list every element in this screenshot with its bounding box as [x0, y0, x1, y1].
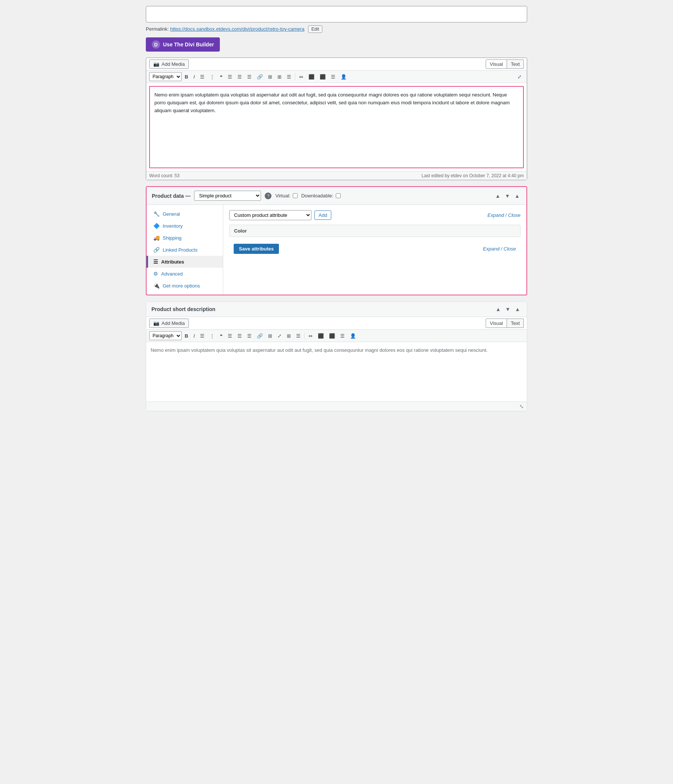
sd-unordered-list-button[interactable]: ☰	[198, 332, 207, 340]
user-icon[interactable]: 👤	[338, 73, 349, 81]
align-center-button[interactable]: ☰	[235, 73, 244, 81]
divi-builder-button[interactable]: D Use The Divi Builder	[146, 37, 220, 51]
attribute-type-select[interactable]: Custom product attribute	[229, 210, 311, 220]
virtual-checkbox[interactable]	[293, 193, 298, 198]
italic-button[interactable]: I	[191, 73, 197, 81]
nav-label-advanced: Advanced	[161, 271, 183, 277]
short-desc-add-media-label: Add Media	[162, 320, 185, 326]
resize-handle[interactable]: ⤡	[519, 403, 524, 409]
linked-icon: 🔗	[153, 247, 160, 253]
nav-label-more: Get more options	[163, 283, 200, 289]
sd-color-icon[interactable]: ⬛	[316, 332, 326, 340]
tab-visual[interactable]: Visual	[486, 59, 507, 69]
inventory-icon: 🔷	[153, 223, 160, 229]
short-desc-paragraph-select[interactable]: Paragraph	[149, 331, 182, 340]
divi-icon: D	[152, 40, 160, 48]
arrow-down-button[interactable]: ▼	[503, 192, 511, 200]
link-button[interactable]: 🔗	[255, 73, 265, 81]
tab-text[interactable]: Text	[507, 59, 524, 69]
main-editor: 📷 Add Media Visual Text Paragraph B I ☰ …	[146, 58, 527, 180]
table-button[interactable]: ⊞	[266, 73, 274, 81]
sd-align-center-button[interactable]: ☰	[235, 332, 244, 340]
short-desc-arrows: ▲ ▼ ▲	[494, 305, 522, 313]
sd-link-button[interactable]: 🔗	[255, 332, 265, 340]
virtual-label: Virtual:	[275, 193, 290, 199]
word-count: Word count: 53	[149, 173, 179, 178]
bold-button[interactable]: B	[182, 73, 190, 81]
nav-item-attributes[interactable]: ☰ Attributes	[146, 256, 223, 268]
nav-item-get-more[interactable]: 🔌 Get more options	[146, 280, 223, 292]
nav-label-inventory: Inventory	[163, 223, 182, 229]
permalink-edit-button[interactable]: Edit	[308, 25, 323, 33]
expand-icon[interactable]: ⤢	[515, 73, 524, 81]
short-desc-arrow-up[interactable]: ▲	[494, 305, 502, 313]
sd-italic-button[interactable]: I	[191, 332, 197, 340]
align-left-button[interactable]: ☰	[225, 73, 235, 81]
expand-close-link-bottom[interactable]: Expand / Close	[483, 246, 516, 252]
short-desc-tab-text[interactable]: Text	[507, 319, 524, 328]
short-desc-content-area[interactable]: Nemo enim ipsam voluptatem quia voluptas…	[146, 342, 527, 402]
sd-list-view-button[interactable]: ☰	[294, 332, 303, 340]
view-tabs: Visual Text	[486, 59, 524, 69]
shipping-icon: 🚚	[153, 235, 160, 241]
sd-ordered-list-button[interactable]: ⋮	[208, 332, 217, 340]
sd-bold-button[interactable]: B	[182, 332, 190, 340]
sd-special-icon[interactable]: ⇔	[306, 332, 315, 340]
sd-align-left-button[interactable]: ☰	[225, 332, 235, 340]
permalink-url[interactable]: https://docs.sandbox.etdevs.com/divi/pro…	[170, 26, 305, 32]
product-data-section: Product data — Simple product Variable p…	[146, 186, 527, 296]
more-icon: 🔌	[153, 283, 160, 289]
grid-button[interactable]: ⊞	[275, 73, 284, 81]
expand-close-link-top[interactable]: Expand / Close	[488, 212, 521, 218]
downloadable-label: Downloadable:	[302, 193, 334, 199]
sd-align-icon[interactable]: ☰	[338, 332, 347, 340]
special-icon-1[interactable]: ⇔	[297, 73, 305, 81]
product-data-header: Product data — Simple product Variable p…	[146, 187, 527, 205]
editor-toolbar: Paragraph B I ☰ ⋮ ❝ ☰ ☰ ☰ 🔗 ⊞ ⊞ ☰ ⇔ ⬛ ⬛ …	[146, 71, 527, 83]
nav-item-linked-products[interactable]: 🔗 Linked Products	[146, 244, 223, 256]
short-desc-arrow-expand[interactable]: ▲	[513, 305, 522, 313]
sd-align-right-button[interactable]: ☰	[245, 332, 254, 340]
paragraph-select[interactable]: Paragraph	[149, 72, 182, 81]
toolbar-divider	[295, 73, 295, 80]
align-icon-2[interactable]: ☰	[329, 73, 337, 81]
align-right-button[interactable]: ☰	[245, 73, 254, 81]
sd-user-icon[interactable]: 👤	[348, 332, 358, 340]
short-desc-editor: 📷 Add Media Visual Text Paragraph B I ☰ …	[146, 317, 527, 411]
list-view-button[interactable]: ☰	[284, 73, 294, 81]
blockquote-button[interactable]: ❝	[218, 73, 225, 81]
short-desc-view-tabs: Visual Text	[486, 319, 524, 328]
product-nav: 🔧 General 🔷 Inventory 🚚 Shipping 🔗 Linke…	[146, 205, 223, 295]
sd-expand-button[interactable]: ⤢	[275, 332, 284, 340]
sd-grid-button[interactable]: ⊞	[284, 332, 293, 340]
nav-item-shipping[interactable]: 🚚 Shipping	[146, 232, 223, 244]
sd-flag-icon[interactable]: ⬛	[327, 332, 337, 340]
nav-item-general[interactable]: 🔧 General	[146, 208, 223, 220]
attribute-item-header: Color	[230, 225, 520, 236]
short-desc-arrow-down[interactable]: ▼	[504, 305, 512, 313]
arrow-expand-button[interactable]: ▲	[513, 192, 521, 200]
editor-top-bar: 📷 Add Media Visual Text	[146, 58, 527, 71]
divi-builder-label: Use The Divi Builder	[163, 42, 214, 47]
unordered-list-button[interactable]: ☰	[198, 73, 207, 81]
product-type-select[interactable]: Simple product Variable product Grouped …	[194, 191, 261, 201]
sd-blockquote-button[interactable]: ❝	[218, 332, 225, 340]
editor-content-area[interactable]: Nemo enim ipsam voluptatem quia voluptas…	[149, 86, 524, 168]
help-icon[interactable]: ?	[265, 193, 272, 199]
nav-item-inventory[interactable]: 🔷 Inventory	[146, 220, 223, 232]
add-attribute-button[interactable]: Add	[314, 210, 331, 220]
post-title-input[interactable]: Retro Toy Camera	[146, 6, 527, 22]
short-desc-tab-visual[interactable]: Visual	[486, 319, 507, 328]
color-icon[interactable]: ⬛	[306, 73, 317, 81]
add-media-button[interactable]: 📷 Add Media	[149, 59, 189, 69]
sd-table-button[interactable]: ⊞	[266, 332, 274, 340]
add-media-icon: 📷	[153, 61, 159, 67]
save-attributes-button[interactable]: Save attributes	[234, 244, 279, 254]
downloadable-checkbox[interactable]	[336, 193, 340, 198]
nav-item-advanced[interactable]: ⚙ Advanced	[146, 268, 223, 280]
arrow-up-button[interactable]: ▲	[494, 192, 502, 200]
ordered-list-button[interactable]: ⋮	[208, 73, 217, 81]
add-media-label: Add Media	[162, 61, 185, 67]
short-desc-add-media-button[interactable]: 📷 Add Media	[149, 319, 189, 328]
flag-icon[interactable]: ⬛	[317, 73, 328, 81]
